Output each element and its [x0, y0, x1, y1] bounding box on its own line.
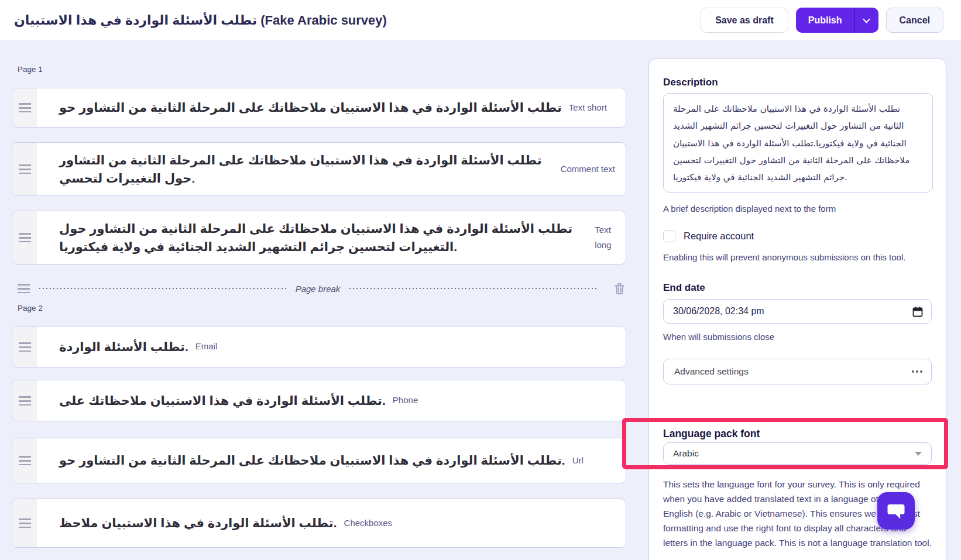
end-date-help-text: When will submissions close	[663, 330, 932, 343]
question-card-text-short[interactable]: تطلب الأسئلة الواردة في هذا الاستبيان مل…	[12, 88, 626, 128]
publish-menu-button[interactable]	[855, 8, 878, 33]
question-body: تطلب الأسئلة الواردة في هذا الاستبيان مل…	[37, 380, 626, 421]
drag-handle[interactable]	[12, 211, 37, 264]
description-heading: Description	[663, 77, 932, 88]
end-date-input[interactable]: 30/06/2028, 02:34 pm	[663, 299, 932, 324]
question-type-label: Email	[195, 339, 218, 354]
question-title: تطلب الأسئلة الواردة في هذا الاستبيان مل…	[59, 151, 554, 188]
chat-widget-button[interactable]	[877, 492, 915, 530]
top-bar: تطلب الأسئلة الواردة في هذا الاستبيان (F…	[0, 0, 961, 41]
question-type-label: Comment text	[561, 162, 615, 177]
question-title: تطلب الأسئلة الواردة في هذا الاستبيان مل…	[59, 98, 562, 117]
settings-panel: Description تطلب الأسئلة الواردة في هذا …	[648, 59, 946, 560]
publish-button[interactable]: Publish	[796, 8, 854, 33]
drag-handle[interactable]	[12, 499, 37, 547]
question-type-label: Text long	[595, 222, 615, 253]
question-card-text-long[interactable]: تطلب الأسئلة الواردة في هذا الاستبيان مل…	[12, 211, 626, 264]
question-title: تطلب الأسئلة الواردة في هذا الاستبيان مل…	[59, 451, 565, 470]
require-account-help-text: Enabling this will prevent anonymous sub…	[663, 250, 932, 264]
language-pack-font-heading: Language pack font	[663, 428, 932, 440]
delete-page-break-button[interactable]	[614, 283, 625, 295]
drag-handle[interactable]	[12, 438, 37, 483]
drag-handle[interactable]	[12, 88, 37, 127]
question-body: تطلب الأسئلة الواردة في هذا الاستبيان مل…	[37, 499, 626, 547]
question-card-checkboxes[interactable]: تطلب الأسئلة الواردة في هذا الاستبيان مل…	[12, 499, 626, 548]
drag-handle-icon	[19, 164, 31, 174]
drag-handle-icon	[19, 456, 31, 465]
question-title: تطلب الأسئلة الواردة في هذا الاستبيان مل…	[59, 391, 386, 410]
require-account-row: Require account	[663, 230, 932, 242]
page-title: تطلب الأسئلة الواردة في هذا الاستبيان (F…	[14, 13, 387, 28]
save-as-draft-button[interactable]: Save as draft	[701, 8, 788, 33]
chat-bubble-icon	[887, 503, 905, 519]
calendar-icon[interactable]	[912, 306, 923, 317]
question-body: تطلب الأسئلة الواردة في هذا الاستبيان مل…	[37, 143, 626, 195]
question-body: تطلب الأسئلة الواردة في هذا الاستبيان مل…	[37, 438, 626, 483]
question-type-label: Phone	[393, 393, 418, 408]
question-title: تطلب الأسئلة الواردة في هذا الاستبيان مل…	[59, 219, 588, 256]
header-actions: Save as draft Publish Cancel	[701, 8, 943, 33]
page-2-label: Page 2	[18, 304, 43, 312]
advanced-settings-button[interactable]: Advanced settings	[663, 359, 932, 384]
question-title: تطلب الأسئلة الواردة في هذا الاستبيان مل…	[59, 514, 337, 532]
question-body: تطلب الأسئلة الواردة. Email	[37, 327, 626, 367]
chevron-down-icon	[863, 16, 870, 23]
question-card-email[interactable]: تطلب الأسئلة الواردة. Email	[12, 326, 626, 367]
drag-handle[interactable]	[12, 380, 37, 421]
cancel-button[interactable]: Cancel	[886, 8, 943, 33]
end-date-value: 30/06/2028, 02:34 pm	[673, 306, 764, 317]
dropdown-caret-icon	[915, 452, 922, 456]
description-help-text: A brief description displayed next to th…	[663, 202, 932, 215]
question-body: تطلب الأسئلة الواردة في هذا الاستبيان مل…	[37, 88, 626, 127]
publish-split-button: Publish	[796, 8, 878, 33]
page-break-label: Page break	[296, 284, 341, 294]
drag-handle-icon[interactable]	[18, 284, 30, 293]
question-type-label: Checkboxes	[344, 516, 393, 531]
description-textarea[interactable]: تطلب الأسئلة الواردة في هذا الاستبيان مل…	[663, 93, 933, 193]
drag-handle-icon	[19, 103, 31, 112]
drag-handle-icon	[19, 233, 31, 242]
page-break-divider	[349, 288, 596, 289]
require-account-label: Require account	[684, 231, 754, 242]
more-options-icon[interactable]	[916, 370, 918, 373]
question-card-phone[interactable]: تطلب الأسئلة الواردة في هذا الاستبيان مل…	[12, 380, 626, 421]
question-type-label: Url	[572, 453, 584, 468]
advanced-settings-label: Advanced settings	[674, 366, 749, 377]
language-pack-font-select[interactable]: Arabic	[663, 442, 932, 465]
drag-handle[interactable]	[12, 327, 37, 367]
drag-handle-icon	[19, 396, 31, 406]
page-break-row: Page break	[12, 279, 626, 298]
question-title: تطلب الأسئلة الواردة.	[59, 338, 188, 356]
require-account-checkbox[interactable]	[663, 230, 675, 242]
question-card-url[interactable]: تطلب الأسئلة الواردة في هذا الاستبيان مل…	[12, 438, 626, 483]
drag-handle-icon	[19, 518, 31, 528]
builder-canvas: Page 1 تطلب الأسئلة الواردة في هذا الاست…	[0, 41, 961, 560]
drag-handle[interactable]	[12, 143, 37, 195]
trash-icon	[614, 283, 625, 295]
page-1-label: Page 1	[18, 65, 43, 74]
end-date-heading: End date	[663, 282, 932, 294]
drag-handle-icon	[19, 342, 31, 352]
language-pack-font-value: Arabic	[673, 448, 699, 459]
question-type-label: Text short	[569, 100, 607, 115]
page-break-divider	[39, 288, 286, 289]
question-body: تطلب الأسئلة الواردة في هذا الاستبيان مل…	[37, 211, 626, 264]
question-card-comment-text[interactable]: تطلب الأسئلة الواردة في هذا الاستبيان مل…	[12, 142, 626, 196]
